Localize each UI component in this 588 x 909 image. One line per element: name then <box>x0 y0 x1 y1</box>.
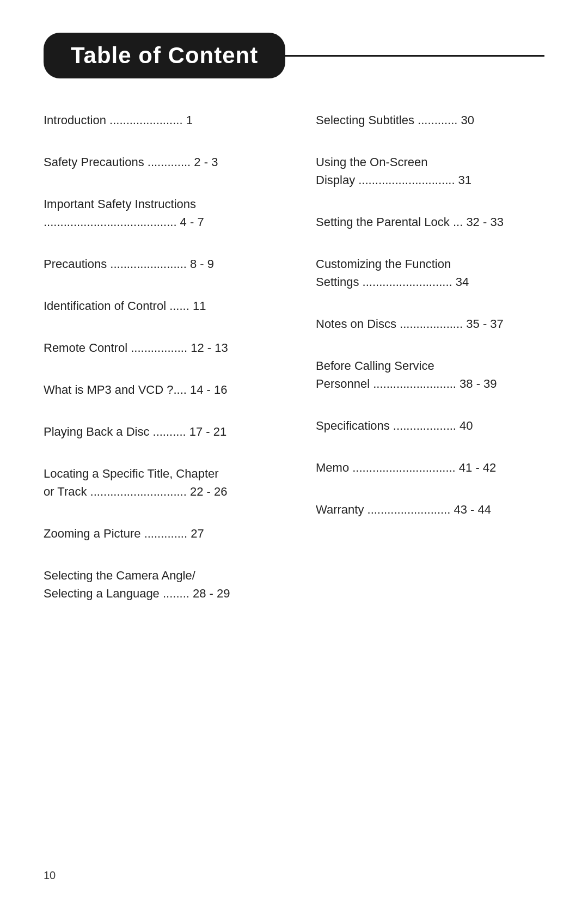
toc-right-entry-line1-3: Customizing the Function <box>316 255 544 273</box>
toc-right-entry-line1-4: Notes on Discs ................... 35 - … <box>316 315 544 333</box>
toc-left-entry-line1-8: Locating a Specific Title, Chapter <box>44 465 272 483</box>
toc-left-entry-4: Identification of Control ...... 11 <box>44 297 272 315</box>
toc-right-entry-0: Selecting Subtitles ............ 30 <box>316 111 544 129</box>
toc-right-entry-line1-2: Setting the Parental Lock ... 32 - 33 <box>316 213 544 231</box>
toc-left-entry-10: Selecting the Camera Angle/Selecting a L… <box>44 566 272 602</box>
toc-right-entry-line1-6: Specifications ................... 40 <box>316 417 544 435</box>
toc-right-entry-line1-7: Memo ............................... 41 … <box>316 459 544 477</box>
toc-right-entry-line2-3: Settings ........................... 34 <box>316 273 544 291</box>
toc-left-entry-line2-10: Selecting a Language ........ 28 - 29 <box>44 584 272 602</box>
title-divider-line <box>285 55 544 57</box>
toc-left-entry-0: Introduction ...................... 1 <box>44 111 272 129</box>
toc-left-entry-5: Remote Control ................. 12 - 13 <box>44 339 272 357</box>
toc-left-entry-2: Important Safety Instructions...........… <box>44 195 272 231</box>
toc-left-entry-line1-3: Precautions ....................... 8 - … <box>44 255 272 273</box>
toc-left-entry-line1-4: Identification of Control ...... 11 <box>44 297 272 315</box>
toc-left-entry-line2-8: or Track ............................. 2… <box>44 483 272 501</box>
toc-left-entry-line1-9: Zooming a Picture ............. 27 <box>44 524 272 542</box>
toc-left-entry-1: Safety Precautions ............. 2 - 3 <box>44 153 272 171</box>
toc-right-entry-4: Notes on Discs ................... 35 - … <box>316 315 544 333</box>
toc-right-entry-8: Warranty ......................... 43 - … <box>316 501 544 518</box>
toc-left-entry-line1-10: Selecting the Camera Angle/ <box>44 566 272 584</box>
toc-right-entry-6: Specifications ................... 40 <box>316 417 544 435</box>
toc-left-entry-7: Playing Back a Disc .......... 17 - 21 <box>44 423 272 441</box>
toc-left-entry-9: Zooming a Picture ............. 27 <box>44 524 272 542</box>
toc-right-entry-1: Using the On-ScreenDisplay .............… <box>316 153 544 189</box>
toc-right-entry-line1-8: Warranty ......................... 43 - … <box>316 501 544 518</box>
toc-left-entry-line1-7: Playing Back a Disc .......... 17 - 21 <box>44 423 272 441</box>
page-container: Table of Content Introduction ..........… <box>0 0 588 909</box>
toc-right-entry-line1-5: Before Calling Service <box>316 357 544 375</box>
toc-right-entry-line1-0: Selecting Subtitles ............ 30 <box>316 111 544 129</box>
toc-left-entry-line1-5: Remote Control ................. 12 - 13 <box>44 339 272 357</box>
toc-left-entry-6: What is MP3 and VCD ?.... 14 - 16 <box>44 381 272 399</box>
toc-right-entry-7: Memo ............................... 41 … <box>316 459 544 477</box>
toc-right-entry-line1-1: Using the On-Screen <box>316 153 544 171</box>
toc-right-entry-3: Customizing the FunctionSettings .......… <box>316 255 544 291</box>
header-section: Table of Content <box>44 33 544 78</box>
toc-columns: Introduction ...................... 1Saf… <box>44 111 544 626</box>
toc-left-entry-line1-2: Important Safety Instructions <box>44 195 272 213</box>
toc-right-entry-line2-1: Display ............................. 31 <box>316 171 544 189</box>
toc-left-entry-line1-6: What is MP3 and VCD ?.... 14 - 16 <box>44 381 272 399</box>
toc-left-entry-8: Locating a Specific Title, Chapteror Tra… <box>44 465 272 501</box>
toc-left-entry-line1-1: Safety Precautions ............. 2 - 3 <box>44 153 272 171</box>
toc-left-column: Introduction ...................... 1Saf… <box>44 111 294 626</box>
toc-right-entry-line2-5: Personnel ......................... 38 -… <box>316 375 544 393</box>
toc-left-entry-line2-2: ........................................… <box>44 213 272 231</box>
toc-right-column: Selecting Subtitles ............ 30Using… <box>294 111 544 626</box>
toc-right-entry-5: Before Calling ServicePersonnel ........… <box>316 357 544 393</box>
toc-left-entry-line1-0: Introduction ...................... 1 <box>44 111 272 129</box>
page-title: Table of Content <box>44 33 285 78</box>
toc-right-entry-2: Setting the Parental Lock ... 32 - 33 <box>316 213 544 231</box>
toc-left-entry-3: Precautions ....................... 8 - … <box>44 255 272 273</box>
page-number: 10 <box>44 869 56 882</box>
